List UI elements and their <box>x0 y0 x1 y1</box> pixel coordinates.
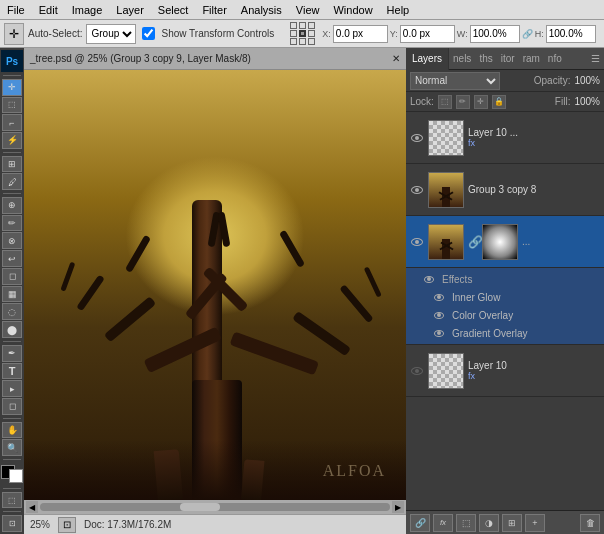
lock-transparent-btn[interactable]: ⬚ <box>438 95 452 109</box>
scroll-right-btn[interactable]: ▶ <box>392 501 404 513</box>
adjustment-btn[interactable]: ◑ <box>479 514 499 532</box>
canvas-tab[interactable]: _tree.psd @ 25% (Group 3 copy 9, Layer M… <box>24 48 406 70</box>
brush-tool[interactable]: ✏ <box>2 215 22 232</box>
menu-view[interactable]: View <box>293 4 323 16</box>
tab-actions[interactable]: ram <box>519 53 544 64</box>
layer-thumb-0 <box>428 120 464 156</box>
menu-select[interactable]: Select <box>155 4 192 16</box>
color-swatch[interactable] <box>1 465 23 483</box>
move-tool[interactable]: ✛ <box>2 79 22 96</box>
tab-history[interactable]: itor <box>497 53 519 64</box>
layer-item-0[interactable]: Layer 10 ... fx <box>406 112 604 164</box>
doc-info: Doc: 17.3M/176.2M <box>84 519 171 530</box>
transform-h-input[interactable] <box>546 25 596 43</box>
menu-window[interactable]: Window <box>330 4 375 16</box>
scroll-thumb-h[interactable] <box>180 503 220 511</box>
path-select-tool[interactable]: ▸ <box>2 380 22 397</box>
eraser-tool[interactable]: ◻ <box>2 268 22 285</box>
fill-value[interactable]: 100% <box>574 96 600 107</box>
blur-tool[interactable]: ◌ <box>2 303 22 320</box>
layer-vis-2[interactable] <box>410 235 424 249</box>
panel-menu-btn[interactable]: ☰ <box>587 53 604 64</box>
dodge-tool[interactable]: ⬤ <box>2 321 22 338</box>
menu-layer[interactable]: Layer <box>113 4 147 16</box>
transform-y-input[interactable] <box>400 25 455 43</box>
tab-info[interactable]: nfo <box>544 53 566 64</box>
lasso-tool[interactable]: ⌐ <box>2 114 22 131</box>
tab-layers[interactable]: Layers <box>406 48 449 70</box>
layer-vis-1[interactable] <box>410 183 424 197</box>
effect-vis-1[interactable] <box>434 312 444 319</box>
lock-all-btn[interactable]: 🔒 <box>492 95 506 109</box>
effect-item-1[interactable]: Color Overlay <box>406 306 604 324</box>
panel-bottom: 🔗 fx ⬚ ◑ ⊞ + 🗑 <box>406 510 604 534</box>
add-mask-btn[interactable]: ⬚ <box>456 514 476 532</box>
canvas-view[interactable]: ALFOA <box>24 70 406 500</box>
effect-vis-0[interactable] <box>434 294 444 301</box>
new-group-btn[interactable]: ⊞ <box>502 514 522 532</box>
history-brush-tool[interactable]: ↩ <box>2 250 22 267</box>
opacity-value[interactable]: 100% <box>574 75 600 86</box>
menu-help[interactable]: Help <box>384 4 413 16</box>
eyedropper-tool[interactable]: 🖊 <box>2 173 22 190</box>
effects-vis-icon[interactable] <box>424 276 434 283</box>
lock-pixels-btn[interactable]: ✏ <box>456 95 470 109</box>
lock-row: Lock: ⬚ ✏ ✛ 🔒 Fill: 100% <box>406 92 604 112</box>
zoom-fit-btn[interactable]: ⊡ <box>58 517 76 533</box>
zoom-tool[interactable]: 🔍 <box>2 439 22 456</box>
lock-label: Lock: <box>410 96 434 107</box>
magic-wand-tool[interactable]: ⚡ <box>2 132 22 149</box>
fx-btn[interactable]: fx <box>433 514 453 532</box>
tool-sep-6 <box>3 459 21 460</box>
effect-vis-2[interactable] <box>434 330 444 337</box>
clone-stamp-tool[interactable]: ⊗ <box>2 232 22 249</box>
selection-tool[interactable]: ⬚ <box>2 97 22 114</box>
menu-file[interactable]: File <box>4 4 28 16</box>
show-transform-checkbox[interactable] <box>142 27 155 40</box>
zoom-level: 25% <box>30 519 50 530</box>
menu-image[interactable]: Image <box>69 4 106 16</box>
lock-position-btn[interactable]: ✛ <box>474 95 488 109</box>
pen-tool[interactable]: ✒ <box>2 345 22 362</box>
layer-thumb-3 <box>428 353 464 389</box>
tool-sep-5 <box>3 418 21 419</box>
menu-analysis[interactable]: Analysis <box>238 4 285 16</box>
link-layers-btn[interactable]: 🔗 <box>410 514 430 532</box>
transform-w-input[interactable] <box>470 25 520 43</box>
layer-thumb-1 <box>428 172 464 208</box>
effect-item-0[interactable]: Inner Glow <box>406 288 604 306</box>
auto-select-dropdown[interactable]: Group Layer <box>86 24 136 44</box>
scroll-left-btn[interactable]: ◀ <box>26 501 38 513</box>
layer-item-2[interactable]: 🔗 ... <box>406 216 604 268</box>
hand-tool[interactable]: ✋ <box>2 422 22 439</box>
canvas-close[interactable]: ✕ <box>392 53 400 64</box>
text-tool[interactable]: T <box>2 363 22 380</box>
layer-vis-0[interactable] <box>410 131 424 145</box>
menu-filter[interactable]: Filter <box>199 4 229 16</box>
screen-mode-btn[interactable]: ⊡ <box>2 515 22 532</box>
crop-tool[interactable]: ⊞ <box>2 156 22 173</box>
blend-mode-select[interactable]: Normal Multiply Screen Overlay <box>410 72 500 90</box>
layer-name-1: Group 3 copy 8 <box>468 184 600 195</box>
quick-mask-tool[interactable]: ⬚ <box>2 492 22 509</box>
scroll-track-h[interactable] <box>40 503 390 511</box>
delete-layer-btn[interactable]: 🗑 <box>580 514 600 532</box>
layer-mask-gradient-2 <box>483 225 517 259</box>
layer-fx-0: fx <box>468 138 600 148</box>
layer-item-3[interactable]: Layer 10 fx <box>406 345 604 397</box>
layer-item-1[interactable]: Group 3 copy 8 <box>406 164 604 216</box>
effect-item-2[interactable]: Gradient Overlay <box>406 324 604 342</box>
canvas-scrollbar-h[interactable]: ◀ ▶ <box>24 500 406 514</box>
healing-brush-tool[interactable]: ⊕ <box>2 197 22 214</box>
background-color[interactable] <box>9 469 23 483</box>
new-layer-btn[interactable]: + <box>525 514 545 532</box>
tab-paths[interactable]: ths <box>475 53 496 64</box>
tab-channels[interactable]: nels <box>449 53 475 64</box>
move-tool-btn[interactable]: ✛ <box>4 23 24 45</box>
tool-sep-2 <box>3 152 21 153</box>
transform-x-input[interactable] <box>333 25 388 43</box>
gradient-tool[interactable]: ▦ <box>2 286 22 303</box>
shape-tool[interactable]: ◻ <box>2 398 22 415</box>
layer-vis-3[interactable] <box>410 364 424 378</box>
menu-edit[interactable]: Edit <box>36 4 61 16</box>
